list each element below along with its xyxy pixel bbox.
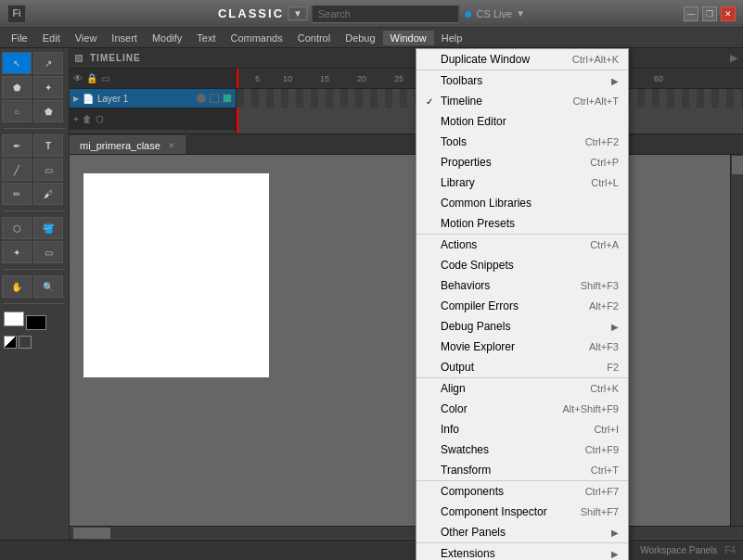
fill-color[interactable]: [26, 315, 46, 330]
selection-tool[interactable]: ↖: [2, 52, 32, 74]
layer-panel: 👁 🔒 ▭ ▶ 📄 Layer 1 +: [70, 69, 237, 134]
menu-modify[interactable]: Modify: [145, 31, 189, 45]
shortcut-info: Ctrl+I: [594, 424, 619, 435]
label-library: Library: [441, 176, 591, 189]
tool-separator-1: [4, 128, 65, 129]
menu-insert[interactable]: Insert: [104, 31, 145, 45]
menu-section-align: Align Ctrl+K Color Alt+Shift+F9 Info Ctr…: [416, 378, 628, 481]
add-motion-button[interactable]: ⬡: [96, 114, 104, 124]
cs-live-label: CS Live: [477, 8, 513, 19]
shortcut-output: F2: [607, 362, 619, 373]
menu-other-panels[interactable]: Other Panels ▶: [416, 522, 628, 542]
label-components: Components: [441, 485, 585, 498]
free-transform-tool[interactable]: ⬟: [2, 76, 32, 98]
menu-transform[interactable]: Transform Ctrl+T: [416, 460, 628, 480]
shortcut-color: Alt+Shift+F9: [562, 403, 619, 414]
menu-motion-presets[interactable]: Motion Presets: [416, 213, 628, 234]
no-color-button[interactable]: [19, 336, 32, 349]
horizontal-scrollbar[interactable]: [70, 526, 743, 539]
menu-info[interactable]: Info Ctrl+I: [416, 419, 628, 439]
scrollbar-thumb-v[interactable]: [732, 156, 743, 174]
delete-layer-button[interactable]: 🗑: [83, 114, 92, 124]
menu-align[interactable]: Align Ctrl+K: [416, 378, 628, 399]
tool-separator-2: [4, 210, 65, 211]
label-behaviors: Behaviors: [441, 279, 581, 292]
pen-tool[interactable]: ✒: [2, 134, 32, 157]
eraser-tool[interactable]: ▭: [33, 241, 63, 263]
rect-tool[interactable]: ▭: [33, 159, 63, 181]
canvas-stage: [83, 173, 269, 377]
canvas-viewport[interactable]: [70, 155, 730, 526]
menu-timeline[interactable]: ✓ Timeline Ctrl+Alt+T: [416, 91, 628, 111]
window-dropdown-menu: Duplicate Window Ctrl+Alt+K Toolbars ▶ ✓…: [416, 48, 629, 560]
left-toolbar: ↖ ↗ ⬟ ✦ ○ ⬟ ✒ T ╱ ▭ ✏ 🖌 ⬡ 🪣 ✦: [0, 48, 70, 551]
add-layer-button[interactable]: +: [73, 114, 79, 124]
cs-live-dropdown[interactable]: ▼: [516, 8, 525, 19]
menu-toolbars[interactable]: Toolbars ▶: [416, 70, 628, 91]
search-input[interactable]: [312, 5, 460, 23]
menu-view[interactable]: View: [68, 31, 105, 45]
menu-tools[interactable]: Tools Ctrl+F2: [416, 132, 628, 152]
eyedropper-tool[interactable]: ✦: [2, 241, 32, 263]
menu-actions[interactable]: Actions Ctrl+A: [416, 235, 628, 255]
menu-edit[interactable]: Edit: [35, 31, 68, 45]
layer-visibility-dot[interactable]: [197, 94, 206, 103]
ink-bottle-tool[interactable]: 🪣: [33, 217, 63, 239]
line-tool[interactable]: ╱: [2, 159, 32, 181]
frame-label-15: 15: [320, 74, 329, 83]
zoom-tool[interactable]: 🔍: [33, 275, 63, 298]
menu-extensions[interactable]: Extensions ▶: [416, 543, 628, 560]
layer-lock-dot[interactable]: [210, 94, 219, 103]
layer-controls: + 🗑 ⬡: [70, 108, 236, 130]
menu-component-inspector[interactable]: Component Inspector Shift+F7: [416, 502, 628, 522]
swap-colors-button[interactable]: [4, 336, 17, 349]
playhead-top: [237, 69, 238, 88]
active-tab[interactable]: mi_primera_clase ✕: [70, 135, 186, 154]
scrollbar-thumb-h[interactable]: [73, 528, 110, 539]
menu-duplicate-window[interactable]: Duplicate Window Ctrl+Alt+K: [416, 49, 628, 70]
menu-movie-explorer[interactable]: Movie Explorer Alt+F3: [416, 337, 628, 357]
menu-debug[interactable]: Debug: [338, 31, 382, 45]
menu-properties[interactable]: Properties Ctrl+P: [416, 152, 628, 172]
menu-library[interactable]: Library Ctrl+L: [416, 172, 628, 193]
minimize-button[interactable]: —: [684, 6, 698, 21]
restore-button[interactable]: ❐: [702, 6, 717, 21]
stroke-color[interactable]: [4, 312, 24, 326]
menu-common-libraries[interactable]: Common Libraries: [416, 193, 628, 213]
hand-tool[interactable]: ✋: [2, 275, 32, 298]
menu-commands[interactable]: Commands: [223, 31, 289, 45]
label-output: Output: [441, 361, 607, 374]
menu-debug-panels[interactable]: Debug Panels ▶: [416, 316, 628, 337]
text-tool[interactable]: T: [33, 134, 63, 157]
menu-swatches[interactable]: Swatches Ctrl+F9: [416, 439, 628, 460]
close-button[interactable]: ✕: [721, 6, 736, 21]
menu-text[interactable]: Text: [189, 31, 223, 45]
menu-control[interactable]: Control: [290, 31, 338, 45]
tool-row-2: ⬟ ✦: [2, 76, 67, 98]
gradient-tool[interactable]: ✦: [33, 76, 63, 98]
menu-color[interactable]: Color Alt+Shift+F9: [416, 399, 628, 419]
timeline-collapse-icon[interactable]: [75, 55, 83, 62]
paint-bucket-tool[interactable]: ⬡: [2, 217, 32, 239]
label-debug-panels: Debug Panels: [441, 320, 611, 333]
menu-behaviors[interactable]: Behaviors Shift+F3: [416, 275, 628, 296]
vertical-scrollbar[interactable]: [730, 155, 743, 526]
menu-window[interactable]: Window: [383, 31, 434, 45]
tab-close-button[interactable]: ✕: [168, 141, 175, 150]
menu-help[interactable]: Help: [434, 31, 470, 45]
label-swatches: Swatches: [441, 443, 585, 456]
lasso-tool[interactable]: ○: [2, 100, 32, 122]
menu-components[interactable]: Components Ctrl+F7: [416, 481, 628, 502]
menu-motion-editor[interactable]: Motion Editor: [416, 111, 628, 132]
layer-1-row[interactable]: ▶ 📄 Layer 1: [70, 89, 236, 108]
menu-code-snippets[interactable]: Code Snippets: [416, 255, 628, 275]
pencil-tool[interactable]: ✏: [2, 183, 32, 205]
brush-tool[interactable]: 🖌: [33, 183, 63, 205]
menu-file[interactable]: File: [4, 31, 35, 45]
timeline-title: TIMELINE: [90, 53, 141, 63]
polygon-tool[interactable]: ⬟: [33, 100, 63, 122]
subselection-tool[interactable]: ↗: [33, 52, 63, 74]
title-dropdown-button[interactable]: ▼: [288, 6, 308, 20]
menu-compiler-errors[interactable]: Compiler Errors Alt+F2: [416, 296, 628, 316]
menu-output[interactable]: Output F2: [416, 357, 628, 377]
